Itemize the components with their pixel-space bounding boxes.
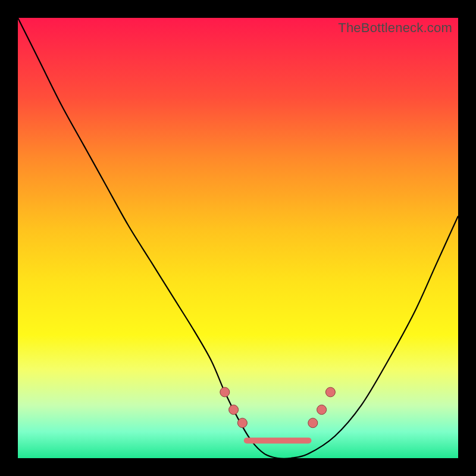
plot-area: TheBottleneck.com	[18, 18, 458, 458]
curve-marker	[325, 387, 335, 397]
outer-frame: TheBottleneck.com	[0, 0, 476, 476]
curve-marker	[308, 418, 318, 428]
curve-marker	[220, 387, 230, 397]
curve-path	[18, 18, 458, 458]
curve-marker	[237, 418, 247, 428]
bottleneck-curve	[18, 18, 458, 458]
curve-marker	[229, 405, 239, 415]
marker-group	[220, 387, 336, 428]
curve-marker	[317, 405, 327, 415]
